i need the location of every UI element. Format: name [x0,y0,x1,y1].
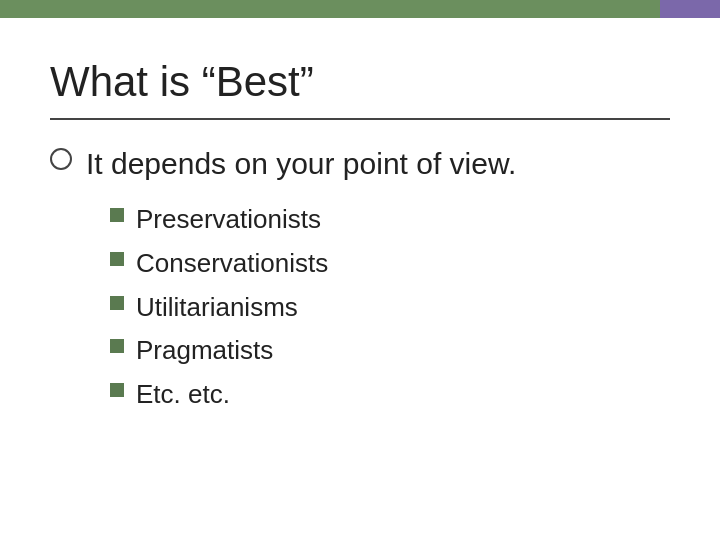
list-item: Conservationists [110,247,670,281]
list-item: Preservationists [110,203,670,237]
sub-bullet-icon [110,252,124,266]
sub-bullet-text: Utilitarianisms [136,291,298,325]
top-bar [0,0,720,18]
slide-content: What is “Best” It depends on your point … [0,18,720,540]
sub-bullet-text: Preservationists [136,203,321,237]
list-item: Utilitarianisms [110,291,670,325]
slide-title: What is “Best” [50,58,670,106]
list-item: Etc. etc. [110,378,670,412]
top-bar-accent [660,0,720,18]
list-item: Pragmatists [110,334,670,368]
sub-bullet-text: Conservationists [136,247,328,281]
sub-bullets-list: Preservationists Conservationists Utilit… [110,203,670,412]
title-divider [50,118,670,120]
main-bullet-icon [50,148,72,170]
sub-bullet-text: Etc. etc. [136,378,230,412]
top-bar-green [0,0,660,18]
main-bullet-text: It depends on your point of view. [86,144,516,183]
sub-bullet-text: Pragmatists [136,334,273,368]
main-bullet: It depends on your point of view. [50,144,670,183]
sub-bullet-icon [110,339,124,353]
sub-bullet-icon [110,296,124,310]
sub-bullet-icon [110,383,124,397]
sub-bullet-icon [110,208,124,222]
